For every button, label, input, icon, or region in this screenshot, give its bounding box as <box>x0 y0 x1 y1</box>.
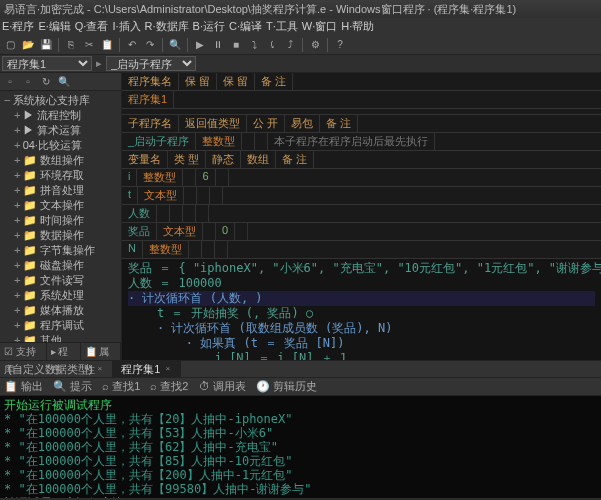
pause-icon[interactable]: ⏸ <box>210 37 226 53</box>
tree-item[interactable]: +▶ 流程控制 <box>0 108 121 123</box>
tree-item[interactable]: +📁 系统处理 <box>0 288 121 303</box>
crumb-select-2[interactable]: _启动子程序 <box>106 56 196 71</box>
sidebar-tab[interactable]: ▸ 程序 <box>47 343 81 360</box>
tree-item[interactable]: +📁 数据操作 <box>0 228 121 243</box>
menu-item[interactable]: E·程序 <box>2 20 34 32</box>
open-icon[interactable]: 📂 <box>20 37 36 53</box>
help-icon[interactable]: ? <box>332 37 348 53</box>
tree-item[interactable]: +▶ 算术运算 <box>0 123 121 138</box>
output-tab[interactable]: ⌕ 查找2 <box>150 379 188 394</box>
code-line[interactable]: i [N] ＝ i [N] ＋ 1 <box>128 351 595 360</box>
tree-refresh-icon[interactable]: ↻ <box>38 74 54 90</box>
menu-item[interactable]: R·数据库 <box>145 20 189 32</box>
tree-collapse-icon[interactable]: ▫ <box>20 74 36 90</box>
tree-item[interactable]: +📁 程序调试 <box>0 318 121 333</box>
menu-item[interactable]: E·编辑 <box>38 20 70 32</box>
output-tab[interactable]: 🔍 提示 <box>53 379 92 394</box>
menu-item[interactable]: I·插入 <box>112 20 140 32</box>
output-line: * "在100000个人里，共有【20】人抽中-iphoneX" <box>4 412 597 426</box>
output-tab[interactable]: ⌕ 查找1 <box>102 379 140 394</box>
close-icon[interactable]: × <box>95 365 104 374</box>
menu-item[interactable]: B·运行 <box>193 20 225 32</box>
menu-item[interactable]: C·编译 <box>229 20 262 32</box>
output-line: * "在100000个人里，共有【53】人抽中-小米6" <box>4 426 597 440</box>
editor-tab[interactable]: (自定义数据类型)× <box>0 361 113 377</box>
sidebar: ▫ ▫ ↻ 🔍 −系统核心支持库+▶ 流程控制+▶ 算术运算+04·比较运算+📁… <box>0 73 122 360</box>
step-out-icon[interactable]: ⤴ <box>282 37 298 53</box>
run-icon[interactable]: ▶ <box>192 37 208 53</box>
sidebar-tabs: ☑ 支持库▸ 程序📋 属性 <box>0 342 121 360</box>
output-line: 开始运行被调试程序 <box>4 398 597 412</box>
menu-item[interactable]: Q·查看 <box>75 20 109 32</box>
menu-item[interactable]: T·工具 <box>266 20 298 32</box>
sidebar-toolbar: ▫ ▫ ↻ 🔍 <box>0 73 121 91</box>
output-line: * "在100000个人里，共有【85】人抽中-10元红包" <box>4 454 597 468</box>
window-titlebar: 易语言·加密完成 - C:\Users\Administrator\Deskto… <box>0 0 601 18</box>
code-line[interactable]: 人数 ＝ 100000 <box>128 276 595 291</box>
tree-item[interactable]: +📁 其他 <box>0 333 121 342</box>
menubar: E·程序E·编辑Q·查看I·插入R·数据库B·运行C·编译T·工具W·窗口H·帮… <box>0 18 601 35</box>
find-icon[interactable]: 🔍 <box>167 37 183 53</box>
editor-tabs: (自定义数据类型)×程序集1× <box>0 360 601 378</box>
tree-item[interactable]: +📁 媒体播放 <box>0 303 121 318</box>
code-line[interactable]: · 如果真 (t ＝ 奖品 [N]) <box>128 336 595 351</box>
sub-name: _启动子程序 <box>122 133 196 150</box>
menu-item[interactable]: W·窗口 <box>302 20 337 32</box>
program-set-name: 程序集1 <box>122 91 174 108</box>
output-tab[interactable]: 📋 输出 <box>4 379 43 394</box>
output-tab[interactable]: ⏱ 调用表 <box>199 379 246 394</box>
output-tab[interactable]: 🕐 剪辑历史 <box>256 379 317 394</box>
sidebar-tab[interactable]: 📋 属性 <box>81 343 121 360</box>
undo-icon[interactable]: ↶ <box>124 37 140 53</box>
save-icon[interactable]: 💾 <box>38 37 54 53</box>
output-line: * "在100000个人里，共有【99580】人抽中-谢谢参与" <box>4 482 597 496</box>
tree-find-icon[interactable]: 🔍 <box>56 74 72 90</box>
chevron-right-icon: ▸ <box>96 57 102 70</box>
code-line[interactable]: · 计次循环首 (取数组成员数 (奖品), N) <box>128 321 595 336</box>
cut-icon[interactable]: ✂ <box>81 37 97 53</box>
output-panel: 开始运行被调试程序* "在100000个人里，共有【20】人抽中-iphoneX… <box>0 396 601 498</box>
copy-icon[interactable]: ⎘ <box>63 37 79 53</box>
code-line[interactable]: 奖品 ＝ { "iphoneX", "小米6", "充电宝", "10元红包",… <box>128 261 595 276</box>
tree-item[interactable]: +📁 时间操作 <box>0 213 121 228</box>
editor-tab[interactable]: 程序集1× <box>113 361 181 377</box>
menu-item[interactable]: H·帮助 <box>341 20 374 32</box>
code-line[interactable]: · 计次循环首 (人数, ) <box>128 291 595 306</box>
output-toolbar: 📋 输出🔍 提示⌕ 查找1⌕ 查找2⏱ 调用表🕐 剪辑历史 <box>0 378 601 396</box>
output-line: * "在100000个人里，共有【200】人抽中-1元红包" <box>4 468 597 482</box>
output-line: * "在100000个人里，共有【62】人抽中-充电宝" <box>4 440 597 454</box>
tree-item[interactable]: +📁 拼音处理 <box>0 183 121 198</box>
close-icon[interactable]: × <box>163 365 172 374</box>
tree-expand-icon[interactable]: ▫ <box>2 74 18 90</box>
tree-item[interactable]: +📁 磁盘操作 <box>0 258 121 273</box>
tree-item[interactable]: +📁 文件读写 <box>0 273 121 288</box>
paste-icon[interactable]: 📋 <box>99 37 115 53</box>
step-into-icon[interactable]: ⤹ <box>264 37 280 53</box>
output-line: 被调试易程序运行完毕 <box>4 496 597 498</box>
tree-item[interactable]: +📁 文本操作 <box>0 198 121 213</box>
stop-icon[interactable]: ■ <box>228 37 244 53</box>
col-program-set: 程序集名 <box>122 73 179 90</box>
code-editor[interactable]: 程序集名 保 留 保 留 备 注 程序集1 子程序名 返回值类型 公 开 易包 … <box>122 73 601 360</box>
sidebar-tab[interactable]: ☑ 支持库 <box>0 343 47 360</box>
new-icon[interactable]: ▢ <box>2 37 18 53</box>
build-icon[interactable]: ⚙ <box>307 37 323 53</box>
redo-icon[interactable]: ↷ <box>142 37 158 53</box>
tree-item[interactable]: +📁 字节集操作 <box>0 243 121 258</box>
tree-item[interactable]: −系统核心支持库 <box>0 93 121 108</box>
library-tree: −系统核心支持库+▶ 流程控制+▶ 算术运算+04·比较运算+📁 数组操作+📁 … <box>0 91 121 342</box>
tree-item[interactable]: +📁 环境存取 <box>0 168 121 183</box>
tree-item[interactable]: +📁 数组操作 <box>0 153 121 168</box>
crumb-select-1[interactable]: 程序集1 <box>2 56 92 71</box>
step-over-icon[interactable]: ⤵ <box>246 37 262 53</box>
main-toolbar: ▢📂💾⎘✂📋↶↷🔍▶⏸■⤵⤹⤴⚙? <box>0 35 601 55</box>
code-line[interactable]: t ＝ 开始抽奖 (, 奖品) ○ <box>128 306 595 321</box>
breadcrumb: 程序集1 ▸ _启动子程序 <box>0 55 601 73</box>
tree-item[interactable]: +04·比较运算 <box>0 138 121 153</box>
